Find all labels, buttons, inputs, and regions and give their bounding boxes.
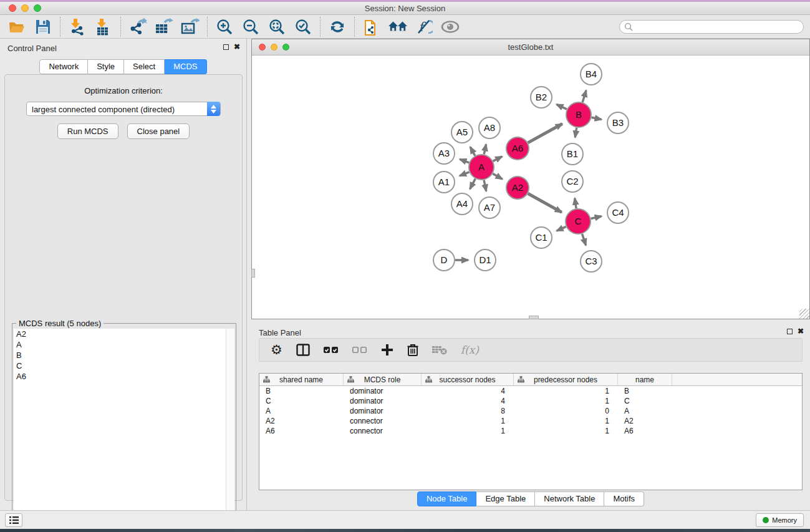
table-row[interactable]: A6connector11A6 bbox=[259, 426, 802, 436]
table-toolbar: ⚙ f(x) bbox=[259, 338, 803, 362]
column-header-shared-name[interactable]: shared name bbox=[259, 374, 344, 385]
control-panel-float-icon[interactable] bbox=[223, 44, 229, 50]
table-panel-close-icon[interactable]: ✖ bbox=[798, 328, 804, 334]
save-session-icon[interactable] bbox=[34, 17, 52, 36]
table-cell: 0 bbox=[514, 407, 618, 415]
table-cell: B bbox=[259, 387, 344, 395]
network-canvas[interactable]: B4B2BB3B1A5A8A6A3AA1A4A7A2C2CC4C1C3DD1 bbox=[252, 56, 809, 319]
graph-node-label: D1 bbox=[479, 254, 491, 265]
graph-node-label: A bbox=[478, 162, 485, 172]
result-item[interactable]: A2 bbox=[14, 329, 226, 339]
tab-node-table[interactable]: Node Table bbox=[417, 491, 477, 506]
table-row[interactable]: Cdominator41C bbox=[259, 396, 802, 406]
main-toolbar: f bbox=[0, 15, 810, 39]
refresh-group bbox=[321, 16, 354, 37]
search-input[interactable] bbox=[619, 20, 804, 34]
tab-network[interactable]: Network bbox=[39, 59, 88, 74]
delete-column-trash-icon[interactable] bbox=[407, 344, 418, 356]
result-item[interactable]: A6 bbox=[14, 371, 226, 382]
result-item[interactable]: B bbox=[14, 350, 226, 360]
result-item[interactable]: C bbox=[14, 360, 226, 371]
edge-A-A7 bbox=[484, 180, 486, 191]
tab-motifs[interactable]: Motifs bbox=[604, 491, 644, 506]
import-table-icon[interactable] bbox=[94, 17, 113, 36]
edge-A-A5 bbox=[470, 147, 475, 156]
edge-B-B3 bbox=[592, 117, 602, 119]
network-window-title: testGlobe.txt bbox=[252, 42, 809, 52]
mcds-result-groupbox: MCDS result (5 nodes) A2ABCA6 bbox=[12, 323, 236, 532]
zoom-fit-icon[interactable] bbox=[268, 17, 286, 36]
new-session-icon[interactable] bbox=[362, 17, 381, 36]
column-header-successor-nodes[interactable]: successor nodes bbox=[422, 374, 514, 385]
close-panel-button[interactable]: Close panel bbox=[127, 123, 190, 139]
control-panel-title: Control Panel bbox=[7, 44, 57, 53]
edge-B-B2 bbox=[556, 104, 567, 109]
mcds-result-title: MCDS result (5 nodes) bbox=[16, 319, 104, 328]
edge-A-A8 bbox=[484, 144, 486, 154]
result-list-scrollbar[interactable] bbox=[226, 329, 234, 532]
tab-style[interactable]: Style bbox=[88, 59, 124, 74]
run-mcds-button[interactable]: Run MCDS bbox=[57, 123, 118, 139]
edge-A-A6 bbox=[493, 157, 502, 161]
select-all-checkboxes-icon[interactable] bbox=[324, 346, 339, 354]
export-table-icon[interactable] bbox=[155, 17, 173, 36]
node-table: shared nameMCDS rolesuccessor nodesprede… bbox=[259, 373, 803, 490]
zoom-out-icon[interactable] bbox=[241, 17, 260, 36]
graph-node-label: A7 bbox=[484, 202, 495, 213]
result-item[interactable]: A bbox=[14, 339, 226, 350]
export-network-icon[interactable] bbox=[128, 17, 147, 36]
zoom-group bbox=[208, 16, 320, 37]
graph-node-label: B1 bbox=[567, 148, 578, 159]
table-row[interactable]: Bdominator41B bbox=[259, 386, 802, 396]
memory-button[interactable]: Memory bbox=[756, 513, 804, 527]
mcds-tab-content: Optimization criterion: largest connecte… bbox=[4, 74, 243, 501]
edge-C-C3 bbox=[582, 234, 586, 245]
network-view-window: testGlobe.txt B4B2BB3B1A5A8A6A3AA1A4A7A2… bbox=[251, 39, 810, 319]
tab-mcds[interactable]: MCDS bbox=[165, 59, 206, 74]
refresh-view-icon[interactable] bbox=[328, 17, 347, 36]
export-image-icon[interactable] bbox=[181, 17, 200, 36]
graph-node-label: A5 bbox=[456, 127, 468, 137]
control-panel-titlebar: Control Panel ✖ bbox=[0, 42, 246, 55]
graph-node-label: C bbox=[575, 216, 582, 226]
toggle-bird-view-icon[interactable] bbox=[441, 17, 460, 36]
settings-gear-icon[interactable]: ⚙ bbox=[271, 344, 282, 356]
network-window-resize-grip[interactable] bbox=[799, 309, 809, 319]
table-panel-float-icon[interactable] bbox=[787, 329, 793, 334]
add-column-icon[interactable] bbox=[381, 344, 393, 356]
column-header-MCDS-role[interactable]: MCDS role bbox=[344, 374, 422, 385]
graph-node-label: A4 bbox=[456, 198, 468, 209]
column-header-predecessor-nodes[interactable]: predecessor nodes bbox=[514, 374, 618, 385]
table-row[interactable]: A2connector11A2 bbox=[259, 416, 802, 426]
table-cell: A2 bbox=[618, 417, 672, 425]
home-icon[interactable] bbox=[388, 17, 407, 36]
column-header-name[interactable]: name bbox=[618, 374, 672, 385]
graph-node-label: C3 bbox=[585, 256, 597, 266]
open-session-icon[interactable] bbox=[7, 17, 26, 36]
mcds-result-list[interactable]: A2ABCA6 bbox=[14, 329, 226, 532]
tab-network-table[interactable]: Network Table bbox=[535, 491, 604, 506]
tab-select[interactable]: Select bbox=[124, 59, 165, 74]
table-cell: 1 bbox=[422, 427, 514, 435]
zoom-selected-icon[interactable] bbox=[294, 17, 312, 36]
import-network-icon[interactable] bbox=[68, 17, 87, 36]
network-vertical-scroll-thumb[interactable] bbox=[251, 269, 255, 278]
tab-edge-table[interactable]: Edge Table bbox=[476, 491, 535, 506]
graph-node-label: B2 bbox=[536, 92, 547, 102]
table-row[interactable]: Adominator80A bbox=[259, 406, 802, 416]
table-cell: 1 bbox=[514, 397, 618, 405]
show-graphics-details-icon[interactable]: f bbox=[415, 17, 433, 36]
delete-table-icon[interactable] bbox=[432, 345, 447, 355]
graph-node-label: A3 bbox=[438, 148, 450, 158]
control-panel-close-icon[interactable]: ✖ bbox=[234, 44, 240, 50]
function-builder-icon[interactable]: f(x) bbox=[461, 344, 479, 356]
status-bar: Memory bbox=[0, 510, 810, 529]
view-group: f bbox=[355, 16, 467, 37]
deselect-all-checkboxes-icon[interactable] bbox=[352, 346, 367, 354]
criterion-select[interactable]: largest connected component (directed) bbox=[26, 102, 221, 116]
edge-B-B1 bbox=[575, 128, 576, 138]
task-history-button[interactable] bbox=[5, 513, 22, 527]
split-table-icon[interactable] bbox=[296, 344, 310, 356]
zoom-in-icon[interactable] bbox=[215, 17, 234, 36]
table-cell: 1 bbox=[514, 427, 618, 435]
